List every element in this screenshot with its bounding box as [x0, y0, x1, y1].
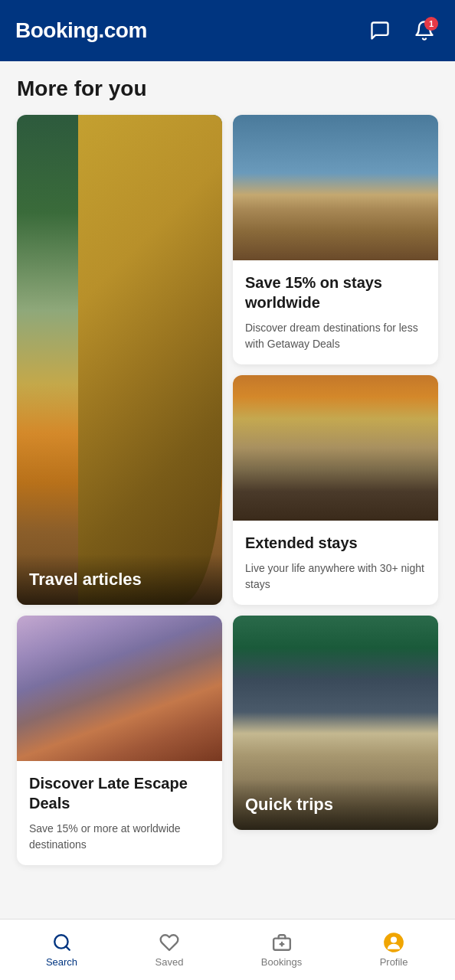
- extended-stays-bg: [233, 375, 438, 521]
- profile-nav-icon: [383, 932, 404, 953]
- extended-stays-desc: Live your life anywhere with 30+ night s…: [245, 560, 426, 593]
- quick-trips-card[interactable]: Quick trips: [233, 616, 438, 830]
- chat-icon: [369, 20, 391, 41]
- save-stays-text: Save 15% on stays worldwide Discover dre…: [233, 260, 438, 364]
- content-area: More for you Travel articles Save 15% on…: [0, 61, 455, 880]
- main-content: More for you Travel articles Save 15% on…: [0, 61, 455, 949]
- late-escape-text: Discover Late Escape Deals Save 15% or m…: [17, 761, 222, 865]
- late-escape-card[interactable]: Discover Late Escape Deals Save 15% or m…: [17, 616, 222, 865]
- extended-stays-text: Extended stays Live your life anywhere w…: [233, 521, 438, 605]
- save-stays-desc: Discover dream destinations for less wit…: [245, 320, 426, 352]
- travel-articles-image: [17, 115, 222, 605]
- save-stays-bg: [233, 115, 438, 260]
- late-escape-image: [17, 616, 222, 761]
- quick-trips-title: Quick trips: [245, 795, 333, 814]
- notification-count: 1: [424, 17, 438, 31]
- messages-button[interactable]: [365, 15, 395, 46]
- notifications-button[interactable]: 1: [409, 15, 440, 46]
- svg-point-6: [391, 936, 397, 942]
- save-stays-title: Save 15% on stays worldwide: [245, 273, 426, 312]
- travel-articles-bg: [17, 115, 222, 605]
- travel-articles-card[interactable]: Travel articles: [17, 115, 222, 605]
- saved-nav-label: Saved: [155, 956, 184, 968]
- nav-saved[interactable]: Saved: [139, 926, 200, 974]
- brand-logo: Booking.com: [15, 18, 147, 43]
- nav-search[interactable]: Search: [31, 926, 93, 974]
- save-stays-card[interactable]: Save 15% on stays worldwide Discover dre…: [233, 115, 438, 364]
- travel-articles-overlay: Travel articles: [17, 554, 222, 605]
- section-title: More for you: [17, 77, 438, 101]
- nav-profile[interactable]: Profile: [363, 926, 424, 974]
- late-escape-bg: [17, 616, 222, 761]
- search-nav-icon: [51, 932, 73, 953]
- profile-nav-label: Profile: [380, 956, 408, 968]
- extended-stays-card[interactable]: Extended stays Live your life anywhere w…: [233, 375, 438, 605]
- extended-stays-title: Extended stays: [245, 533, 426, 553]
- bookings-nav-label: Bookings: [261, 956, 302, 968]
- extended-stays-image: [233, 375, 438, 521]
- bookings-nav-icon: [271, 932, 293, 953]
- travel-articles-title: Travel articles: [29, 570, 142, 589]
- svg-line-1: [66, 946, 70, 950]
- header-actions: 1: [365, 15, 440, 46]
- app-header: Booking.com 1: [0, 0, 455, 61]
- search-nav-label: Search: [46, 956, 77, 968]
- late-escape-title: Discover Late Escape Deals: [29, 773, 210, 813]
- save-stays-image: [233, 115, 438, 260]
- quick-trips-overlay: Quick trips: [233, 779, 438, 830]
- cards-grid: Travel articles Save 15% on stays worldw…: [17, 115, 438, 865]
- heart-nav-icon: [159, 932, 180, 953]
- bottom-navigation: Search Saved Bookings P: [0, 919, 455, 980]
- late-escape-desc: Save 15% or more at worldwide destinatio…: [29, 821, 210, 853]
- nav-bookings[interactable]: Bookings: [246, 926, 317, 974]
